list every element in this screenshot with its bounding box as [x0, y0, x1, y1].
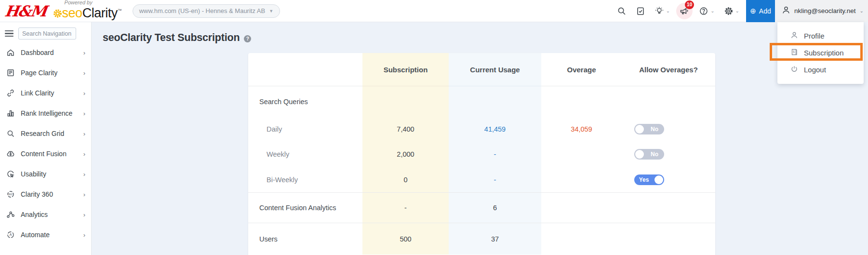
announcements-megaphone-icon[interactable]: 10: [679, 6, 690, 16]
bi-weekly-subscription-value: 0: [362, 167, 449, 193]
chevron-right-icon: ›: [83, 110, 85, 117]
user-email: nkling@seoclarity.net: [794, 7, 856, 14]
users-subscription-value: 500: [362, 223, 449, 255]
row-label-content-fusion-analytics: Content Fusion Analytics: [248, 193, 362, 223]
users-current-usage-value: 37: [449, 223, 541, 255]
chevron-down-icon: ⌄: [666, 8, 670, 13]
brain-icon: [6, 149, 15, 158]
brand-seo-text: seo: [62, 6, 82, 21]
ideas-lightbulb-icon[interactable]: ⌄: [654, 6, 670, 16]
circle-360-icon: 360°: [6, 190, 15, 199]
column-header-current-usage: Current Usage: [449, 53, 541, 86]
page-title: seoClarity Test Subscription: [103, 32, 240, 44]
seoclarity-gear-icon: [53, 7, 62, 20]
sidebar-item-rank-intelligence[interactable]: Rank Intelligence ›: [0, 103, 91, 123]
daily-current-usage-value: 41,459: [449, 117, 541, 142]
weekly-allow-overages-toggle[interactable]: No: [634, 149, 664, 160]
brand-clarity-text: Clarity: [82, 6, 118, 21]
main-content: seoClarity Test Subscription ? Subscript…: [92, 22, 868, 255]
search-icon[interactable]: [617, 6, 627, 16]
daily-subscription-value: 7,400: [362, 117, 449, 142]
notification-badge: 10: [685, 0, 694, 9]
caret-down-icon: ▼: [269, 9, 273, 13]
sidebar-item-research-grid[interactable]: Research Grid ›: [0, 123, 91, 144]
users-overage-value: [541, 223, 622, 255]
brand-trademark: ™: [118, 8, 122, 13]
user-menu-trigger[interactable]: nkling@seoclarity.net ⌄: [775, 0, 868, 22]
sidebar-item-page-clarity[interactable]: Page Clarity ›: [0, 63, 91, 83]
tasks-clipboard-icon[interactable]: [636, 6, 645, 16]
chevron-right-icon: ›: [83, 171, 85, 178]
daily-allow-overages-toggle[interactable]: No: [634, 124, 664, 134]
chevron-down-icon: ⌄: [735, 8, 739, 13]
weekly-overage-value: [541, 142, 622, 167]
sidebar-item-usability[interactable]: Usability ›: [0, 164, 91, 184]
chevron-right-icon: ›: [83, 231, 85, 239]
top-bar: H&M Powered by seoClarity™ www.hm.com (U…: [0, 0, 868, 22]
page-icon: [6, 68, 15, 77]
row-label-daily: Daily: [248, 117, 362, 142]
cfa-overage-value: [541, 193, 622, 223]
chevron-right-icon: ›: [83, 211, 85, 218]
column-header-overage: Overage: [541, 53, 622, 86]
column-header-blank: [248, 53, 362, 86]
column-header-subscription: Subscription: [362, 53, 449, 86]
network-icon: [6, 210, 15, 219]
sidebar-item-analytics[interactable]: Analytics ›: [0, 204, 91, 225]
domain-selector[interactable]: www.hm.com (US-en) - Hennes & Mauritz AB…: [133, 4, 280, 18]
chevron-right-icon: ›: [83, 130, 85, 137]
svg-text:360°: 360°: [8, 193, 13, 196]
hamburger-menu-icon[interactable]: [5, 30, 13, 37]
sidebar-item-automate[interactable]: A Automate ›: [0, 225, 91, 245]
row-label-weekly: Weekly: [248, 142, 362, 167]
user-dropdown-menu: Profile $ Subscription Logout: [777, 22, 864, 84]
powered-by-label: Powered by: [65, 0, 93, 5]
menu-item-profile[interactable]: Profile: [777, 27, 864, 44]
sidebar-item-dashboard[interactable]: Dashboard ›: [0, 42, 91, 63]
automate-icon: A: [6, 230, 15, 239]
add-button-label: Add: [759, 7, 771, 15]
weekly-current-usage-value: -: [449, 142, 541, 167]
cursor-circle-icon: [6, 170, 15, 178]
chevron-down-icon: ⌄: [710, 8, 714, 13]
plus-circle-icon: ⊕: [750, 7, 756, 14]
power-icon: [790, 65, 798, 75]
chevron-right-icon: ›: [83, 191, 85, 198]
row-label-bi-weekly: Bi-Weekly: [248, 167, 362, 193]
sidebar-item-clarity-360[interactable]: 360° Clarity 360 ›: [0, 184, 91, 204]
person-icon: [782, 6, 790, 16]
menu-item-subscription[interactable]: $ Subscription: [777, 44, 864, 61]
search-icon: [6, 129, 15, 138]
person-icon: [790, 31, 798, 41]
chevron-right-icon: ›: [83, 49, 85, 56]
sidebar-item-content-fusion[interactable]: Content Fusion ›: [0, 144, 91, 164]
chevron-down-icon: ⌄: [860, 8, 864, 13]
chevron-right-icon: ›: [83, 90, 85, 97]
chevron-right-icon: ›: [83, 150, 85, 158]
domain-selector-value: www.hm.com (US-en) - Hennes & Mauritz AB: [139, 7, 266, 14]
row-label-search-queries: Search Queries: [248, 86, 362, 117]
home-icon: [6, 48, 15, 57]
column-header-allow-overages: Allow Overages?: [622, 53, 715, 86]
chevron-right-icon: ›: [83, 69, 85, 77]
seoclarity-logo: Powered by seoClarity™: [53, 1, 122, 21]
bi-weekly-allow-overages-toggle[interactable]: Yes: [634, 174, 664, 185]
add-button[interactable]: ⊕ Add: [746, 0, 775, 22]
sidebar: Dashboard › Page Clarity › Link Clarity …: [0, 22, 92, 255]
bi-weekly-current-usage-value: -: [449, 167, 541, 193]
cfa-subscription-value: -: [362, 193, 449, 223]
bar-chart-icon: [6, 109, 15, 118]
sidebar-search-input[interactable]: [18, 27, 76, 40]
bi-weekly-overage-value: [541, 167, 622, 193]
weekly-subscription-value: 2,000: [362, 142, 449, 167]
help-question-icon[interactable]: ⌄: [699, 6, 714, 16]
cfa-current-usage-value: 6: [449, 193, 541, 223]
svg-text:$: $: [793, 50, 795, 54]
sidebar-item-link-clarity[interactable]: Link Clarity ›: [0, 83, 91, 103]
menu-item-logout[interactable]: Logout: [777, 61, 864, 78]
help-icon[interactable]: ?: [244, 35, 251, 42]
hm-logo: H&M: [3, 2, 47, 20]
row-label-users: Users: [248, 223, 362, 255]
subscription-table: Subscription Current Usage Overage Allow…: [248, 53, 715, 255]
settings-gear-icon[interactable]: ⌄: [724, 6, 739, 16]
